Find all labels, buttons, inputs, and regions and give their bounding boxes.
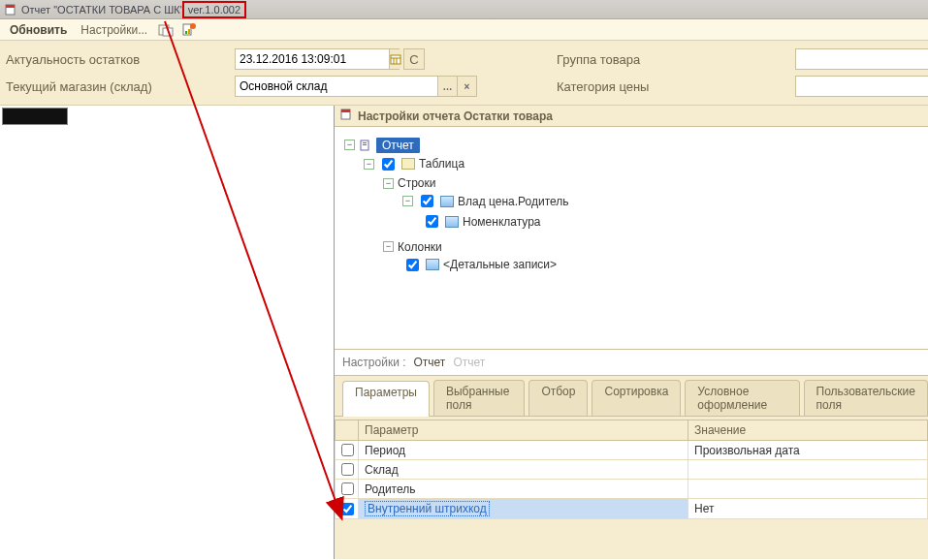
store-picker-button[interactable]: … <box>437 77 457 96</box>
calendar-icon[interactable] <box>389 49 401 69</box>
col-value[interactable]: Значение <box>688 420 928 441</box>
param-name[interactable]: Склад <box>359 460 688 480</box>
window-title-text: Отчет "ОСТАТКИ ТОВАРА С ШК" <box>21 4 184 16</box>
settings-button[interactable]: Настройки... <box>77 23 151 37</box>
tree-node-nomenclature[interactable]: Номенклатура <box>463 215 541 229</box>
version-badge: ver.1.0.002 <box>182 1 246 18</box>
tree-toggle[interactable]: − <box>383 241 394 252</box>
left-pane <box>0 106 335 559</box>
param-checkbox[interactable] <box>341 482 354 495</box>
refresh-button[interactable]: Обновить <box>6 23 71 37</box>
store-label: Текущий магазин (склад) <box>6 79 229 94</box>
report-icon[interactable] <box>180 21 198 39</box>
detail-records-checkbox[interactable] <box>406 259 419 271</box>
tab-выбранные-поля[interactable]: Выбранные поля <box>433 380 525 416</box>
param-value[interactable]: Нет <box>688 499 928 519</box>
group-field[interactable]: … × <box>795 48 928 70</box>
tab-пользовательские-поля[interactable]: Пользовательские поля <box>804 380 929 416</box>
svg-rect-5 <box>185 31 187 34</box>
svg-rect-16 <box>363 144 367 145</box>
tab-сортировка[interactable]: Сортировка <box>592 380 681 416</box>
param-name[interactable]: Внутренний штрихкод <box>359 499 688 519</box>
store-field[interactable]: … × <box>235 76 477 97</box>
nomenclature-checkbox[interactable] <box>426 215 438 228</box>
svg-rect-1 <box>6 5 15 8</box>
table-checkbox[interactable] <box>382 158 395 171</box>
param-value[interactable] <box>688 460 928 480</box>
window-titlebar: Отчет "ОСТАТКИ ТОВАРА С ШК" ver.1.0.002 <box>0 0 928 19</box>
stock-date-field[interactable] <box>235 48 400 70</box>
settings-panel-icon <box>340 109 352 123</box>
settings-breadcrumb: Настройки : Отчет Отчет <box>335 350 928 375</box>
param-checkbox[interactable] <box>341 444 354 456</box>
group-label: Группа товара <box>557 52 789 67</box>
param-checkbox[interactable] <box>341 503 354 515</box>
settings-panel-title: Настройки отчета Остатки товара <box>335 106 928 127</box>
field-icon <box>426 259 439 270</box>
col-parameter[interactable]: Параметр <box>359 420 688 441</box>
filter-panel: Актуальность остатков С Группа товара … … <box>0 41 928 106</box>
param-name[interactable]: Родитель <box>359 480 688 499</box>
params-table: Параметр Значение ПериодПроизвольная дат… <box>335 420 928 519</box>
svg-rect-15 <box>363 142 367 143</box>
param-value[interactable]: Произвольная дата <box>688 441 928 460</box>
svg-rect-3 <box>163 28 173 36</box>
tree-node-table[interactable]: Таблица <box>419 157 464 171</box>
tree-node-detail-records[interactable]: <Детальные записи> <box>443 258 557 271</box>
bottom-area: Настройки : Отчет Отчет ПараметрыВыбранн… <box>335 350 928 559</box>
main-area: Настройки отчета Остатки товара − Отчет <box>0 106 928 559</box>
price-cat-label: Категория цены <box>557 79 789 94</box>
svg-rect-6 <box>188 29 190 34</box>
c-button[interactable]: С <box>403 48 425 70</box>
group-input[interactable] <box>796 52 928 66</box>
right-pane: Настройки отчета Остатки товара − Отчет <box>335 106 928 559</box>
price-cat-field[interactable]: … × <box>795 76 928 97</box>
app-icon <box>4 3 17 16</box>
tree-node-owner-price-parent[interactable]: Влад цена.Родитель <box>458 195 569 208</box>
layout-icon[interactable] <box>157 21 175 39</box>
params-table-wrap: Параметр Значение ПериодПроизвольная дат… <box>335 416 928 559</box>
svg-point-7 <box>190 23 196 29</box>
tree-toggle[interactable]: − <box>402 196 413 206</box>
store-input[interactable] <box>236 79 437 93</box>
result-cell <box>2 108 68 125</box>
tree-node-report[interactable]: Отчет <box>376 138 420 153</box>
tab-отбор[interactable]: Отбор <box>528 380 588 416</box>
svg-rect-8 <box>391 55 400 64</box>
param-row[interactable]: ПериодПроизвольная дата <box>336 441 928 460</box>
breadcrumb-report-link[interactable]: Отчет <box>414 356 446 369</box>
tab-параметры[interactable]: Параметры <box>342 381 430 417</box>
tree-toggle[interactable]: − <box>383 178 394 189</box>
table-icon <box>401 158 415 170</box>
param-row[interactable]: Родитель <box>336 480 928 499</box>
tree-toggle[interactable]: − <box>364 159 374 170</box>
tabs: ПараметрыВыбранные поляОтборСортировкаУс… <box>335 375 928 416</box>
report-node-icon <box>359 140 372 151</box>
param-checkbox[interactable] <box>341 463 354 476</box>
tree-area: − Отчет − Таблица <box>335 127 928 350</box>
stock-date-input[interactable] <box>236 52 389 66</box>
store-clear-button[interactable]: × <box>457 77 476 96</box>
tree-node-rows[interactable]: Строки <box>398 176 435 190</box>
tree-toggle[interactable]: − <box>344 140 355 150</box>
field-icon <box>440 196 454 207</box>
tree-node-columns[interactable]: Колонки <box>398 240 442 254</box>
settings-tree[interactable]: − Отчет − Таблица <box>340 135 922 282</box>
price-cat-input[interactable] <box>796 79 928 93</box>
breadcrumb-report: Отчет <box>453 356 485 369</box>
param-name[interactable]: Период <box>359 441 688 460</box>
tab-условное-оформление[interactable]: Условное оформление <box>685 380 799 416</box>
owner-price-checkbox[interactable] <box>421 195 433 207</box>
toolbar: Обновить Настройки... <box>0 19 928 41</box>
param-row[interactable]: Склад <box>336 460 928 480</box>
field-icon <box>445 216 459 228</box>
param-value[interactable] <box>688 480 928 499</box>
svg-rect-13 <box>341 109 350 112</box>
param-row[interactable]: Внутренний штрихкодНет <box>336 499 928 519</box>
stock-date-label: Актуальность остатков <box>6 52 229 67</box>
